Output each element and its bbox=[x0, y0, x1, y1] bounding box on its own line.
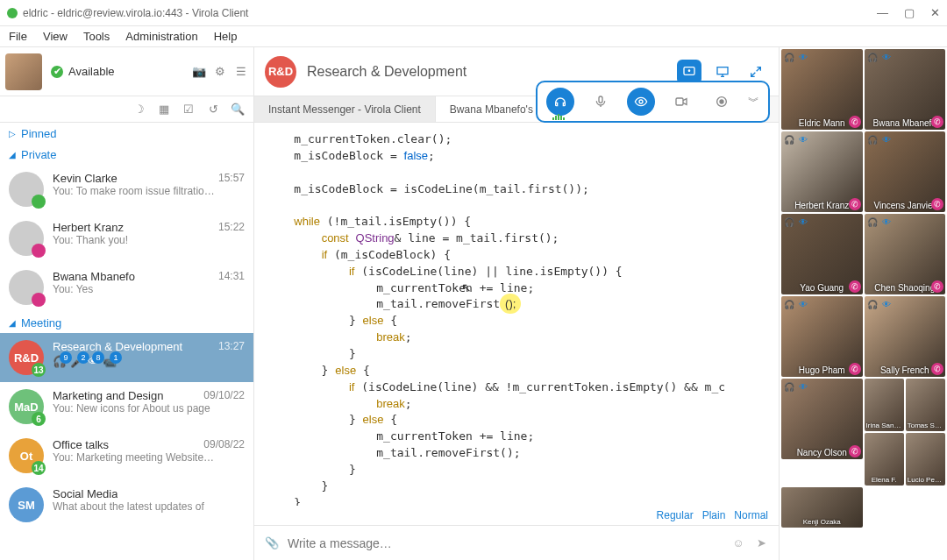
tile-overlay: 🎧👁 bbox=[783, 133, 809, 145]
indicator-icon: 🎤2 bbox=[70, 355, 84, 368]
participant-tile[interactable]: 🎧👁 Sally French ✆ bbox=[865, 296, 946, 377]
menu-tools[interactable]: Tools bbox=[83, 30, 110, 43]
room-name: Office talks bbox=[53, 438, 109, 451]
camera-icon[interactable]: 📷 bbox=[192, 65, 206, 79]
close-button[interactable]: ✕ bbox=[930, 6, 940, 19]
avatar bbox=[9, 172, 44, 207]
fmt-regular[interactable]: Regular bbox=[657, 509, 694, 521]
tasks-icon[interactable]: ☑ bbox=[182, 103, 196, 117]
indicator-icon: 👁8 bbox=[88, 355, 99, 368]
participant-tile[interactable]: 🎧👁 Yao Guang ✆ bbox=[781, 214, 863, 294]
room-avatar: SM bbox=[9, 487, 44, 522]
menu-administration[interactable]: Administration bbox=[125, 30, 197, 43]
participant-tile[interactable]: 🎧👁 Chen Shaoqing ✆ bbox=[865, 214, 946, 294]
participant-name: Lucio Perea bbox=[906, 476, 945, 484]
presence-badge bbox=[32, 244, 46, 258]
fmt-plain[interactable]: Plain bbox=[702, 509, 726, 521]
participant-tile[interactable]: 🎧👁 Bwana Mbanefo ✆ bbox=[865, 49, 946, 130]
minimize-button[interactable]: — bbox=[877, 6, 888, 19]
eye-icon: 👁 bbox=[880, 216, 893, 228]
audio-button[interactable] bbox=[546, 88, 574, 116]
remote-cursor-icon: ↖ bbox=[461, 279, 472, 296]
fmt-normal[interactable]: Normal bbox=[734, 509, 768, 521]
attach-icon[interactable]: 📎 bbox=[265, 536, 279, 550]
tile-overlay: 🎧👁 bbox=[783, 51, 809, 63]
tile-overlay: 🎧👁 bbox=[783, 298, 809, 310]
indicator-icon: 📹1 bbox=[103, 355, 117, 368]
conv-time: 14:31 bbox=[218, 270, 245, 283]
participant-tile[interactable]: 🎧👁 Vincens Janvier ✆ bbox=[865, 131, 946, 212]
chevron-down-icon[interactable]: ︾ bbox=[748, 94, 759, 110]
participant-tile-small[interactable]: Lucio Perea bbox=[906, 433, 945, 486]
participant-name: Elena F. bbox=[865, 476, 904, 484]
conv-preview: You: Thank you! bbox=[53, 234, 245, 246]
emoji-icon[interactable]: ☺ bbox=[731, 536, 745, 550]
view-button[interactable] bbox=[627, 88, 655, 116]
mic-button[interactable] bbox=[587, 88, 615, 116]
moon-icon[interactable]: ☽ bbox=[132, 103, 146, 117]
status[interactable]: ✔ Available bbox=[49, 64, 115, 80]
participant-tile-small[interactable]: Irina Sannikova bbox=[865, 379, 904, 431]
participant-tile[interactable]: 🎧👁 Eldric Mann ✆ bbox=[781, 49, 863, 130]
message-input[interactable] bbox=[288, 536, 723, 550]
tile-overlay: 🎧👁 bbox=[783, 380, 809, 393]
tab[interactable]: Instant Messenger - Virola Client bbox=[254, 96, 436, 122]
svg-rect-3 bbox=[599, 96, 602, 103]
chevron-down-icon: ◢ bbox=[9, 318, 16, 328]
tile-overlay: 🎧👁 bbox=[866, 216, 893, 228]
meeting-item[interactable]: Ot14 Office talks09/08/22You: Marketing … bbox=[0, 431, 253, 480]
section-pinned[interactable]: ▷ Pinned bbox=[0, 123, 253, 144]
record-button[interactable] bbox=[708, 88, 736, 116]
settings-icon[interactable]: ⚙ bbox=[213, 65, 227, 79]
compose-bar: 📎 ☺ ➤ bbox=[254, 525, 779, 560]
participant-tile[interactable]: 🎧👁 Nancy Olson ✆ bbox=[781, 379, 863, 459]
section-meeting[interactable]: ◢ Meeting bbox=[0, 312, 253, 333]
tile-overlay: 🎧👁 bbox=[783, 216, 809, 228]
presence-badge bbox=[32, 293, 46, 307]
conv-time: 15:57 bbox=[218, 172, 245, 185]
meeting-item[interactable]: MaD6 Marketing and Design09/10/22You: Ne… bbox=[0, 382, 253, 431]
eye-icon: 👁 bbox=[797, 380, 809, 393]
headset-icon: 🎧 bbox=[866, 133, 879, 145]
menubar: File View Tools Administration Help bbox=[0, 26, 947, 47]
conversation-item[interactable]: Bwana Mbanefo14:31 You: Yes bbox=[0, 263, 253, 312]
maximize-button[interactable]: ▢ bbox=[904, 6, 915, 19]
headset-icon: 🎧 bbox=[866, 298, 879, 310]
headset-icon: 🎧 bbox=[783, 133, 795, 145]
sidebar-toolbar: ☽ ▦ ☑ ↺ 🔍 bbox=[0, 96, 253, 123]
chevron-down-icon: ◢ bbox=[9, 150, 16, 159]
tile-overlay: 🎧👁 bbox=[866, 298, 893, 310]
participant-tile-small[interactable]: Elena F. bbox=[865, 433, 904, 486]
unread-badge: 13 bbox=[32, 363, 46, 377]
tile-overlay: 🎧👁 bbox=[866, 51, 893, 63]
send-icon[interactable]: ➤ bbox=[754, 536, 768, 550]
section-private[interactable]: ◢ Private bbox=[0, 144, 253, 165]
main-pane: R&D Research & Development Instant Messe… bbox=[254, 47, 779, 560]
eye-icon: 👁 bbox=[797, 216, 809, 228]
self-avatar[interactable] bbox=[5, 53, 42, 90]
unread-badge: 14 bbox=[32, 461, 46, 475]
presence-badge bbox=[32, 195, 46, 209]
participants-panel: 🎧👁 Eldric Mann ✆🎧👁 Bwana Mbanefo ✆🎧👁 Her… bbox=[779, 47, 947, 560]
participant-tile-small[interactable]: Tomas Savala bbox=[906, 379, 945, 431]
indicator-icon: 🎧9 bbox=[53, 355, 67, 368]
status-pip-icon: ✆ bbox=[931, 280, 943, 293]
room-avatar: R&D13 bbox=[9, 340, 44, 375]
menu-view[interactable]: View bbox=[43, 30, 68, 43]
menu-file[interactable]: File bbox=[9, 30, 27, 43]
video-button[interactable] bbox=[667, 88, 695, 116]
search-icon[interactable]: 🔍 bbox=[231, 103, 245, 117]
participant-tile[interactable]: 🎧👁 Herbert Kranz ✆ bbox=[781, 131, 863, 212]
app-status-dot bbox=[7, 8, 18, 18]
meeting-item[interactable]: R&D13 Research & Development13:27🎧9🎤2👁8📹… bbox=[0, 333, 253, 382]
participant-tile[interactable]: 🎧👁 Hugo Pham ✆ bbox=[781, 296, 863, 377]
avatar bbox=[9, 221, 44, 256]
meeting-item[interactable]: SM Social MediaWhat about the latest upd… bbox=[0, 480, 253, 529]
menu-icon[interactable]: ☰ bbox=[234, 65, 248, 79]
conversation-item[interactable]: Herbert Kranz15:22 You: Thank you! bbox=[0, 214, 253, 263]
menu-help[interactable]: Help bbox=[214, 30, 238, 43]
calendar-icon[interactable]: ▦ bbox=[157, 103, 171, 117]
conversation-item[interactable]: Kevin Clarke15:57 You: To make room issu… bbox=[0, 165, 253, 214]
participant-tile-small[interactable]: Kenji Ozaka bbox=[781, 487, 863, 528]
history-icon[interactable]: ↺ bbox=[206, 103, 220, 117]
